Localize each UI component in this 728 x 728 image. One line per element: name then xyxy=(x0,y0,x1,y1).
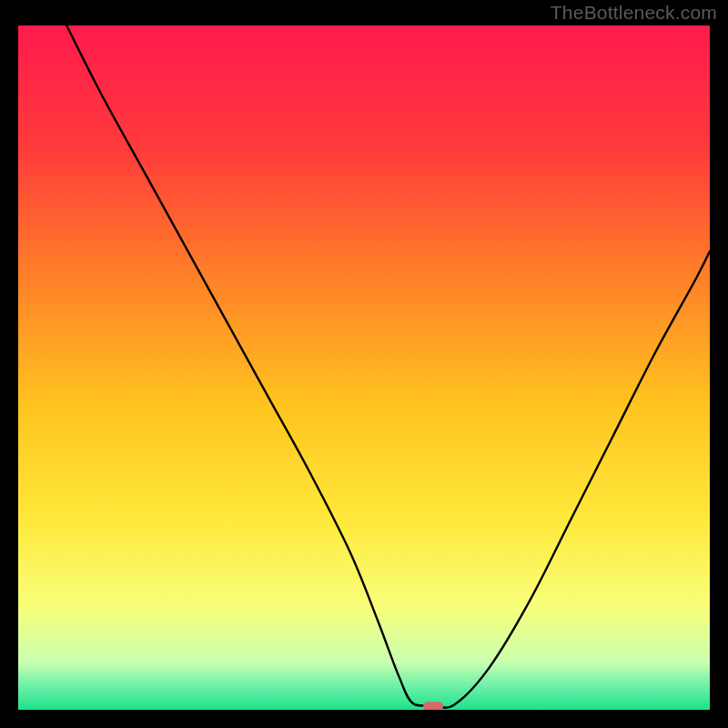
bottleneck-chart xyxy=(18,25,710,710)
optimum-marker xyxy=(423,702,443,710)
gradient-background xyxy=(18,25,710,710)
watermark-text: TheBottleneck.com xyxy=(551,2,717,24)
plot-area xyxy=(18,25,710,710)
chart-frame: TheBottleneck.com xyxy=(0,0,728,728)
